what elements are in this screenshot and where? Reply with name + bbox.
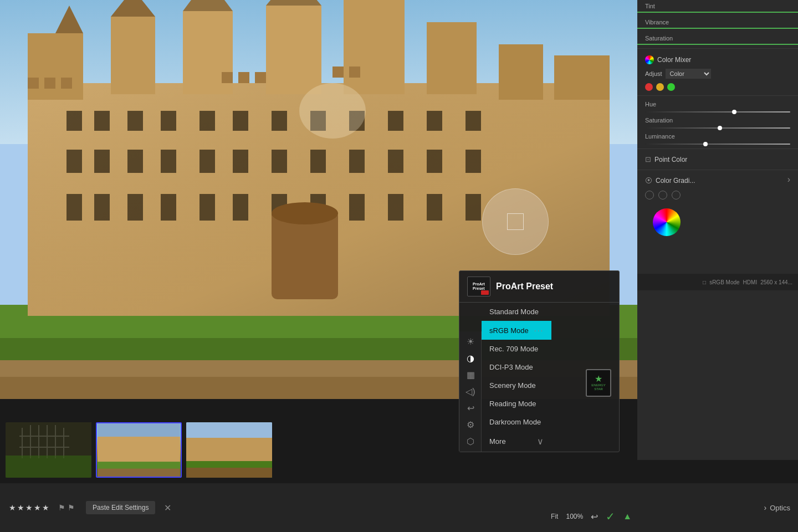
- energy-star-badge: ★ ENERGY STAR: [586, 369, 611, 397]
- osd-brightness-icon[interactable]: ☀: [459, 334, 482, 349]
- star-1[interactable]: ★: [9, 503, 16, 512]
- filmstrip-thumb-3[interactable]: [186, 422, 272, 478]
- osd-shortcut-icon[interactable]: ⬡: [459, 434, 482, 449]
- star-3[interactable]: ★: [25, 503, 33, 512]
- svg-point-67: [299, 83, 366, 139]
- osd-image-icon[interactable]: ▦: [459, 367, 482, 382]
- filmstrip-thumb-2[interactable]: [96, 422, 182, 478]
- osd-more-row[interactable]: More ∨: [482, 431, 551, 452]
- svg-rect-47: [266, 6, 321, 94]
- color-grading-icon: ⦿: [645, 176, 652, 185]
- color-grading-wheel[interactable]: [653, 208, 681, 236]
- svg-rect-19: [466, 111, 481, 131]
- tint-bar: [637, 12, 798, 13]
- saturation-slider-thumb[interactable]: [718, 126, 722, 130]
- adjust-dropdown[interactable]: Color Luminance Hue: [666, 69, 711, 79]
- hue-slider-track[interactable]: [645, 111, 790, 112]
- color-mixer-header: Color Mixer: [637, 51, 798, 66]
- svg-rect-10: [127, 111, 143, 131]
- osd-item-reading[interactable]: Reading Mode: [482, 395, 551, 413]
- svg-rect-85: [186, 438, 272, 463]
- luminance-label: Luminance: [637, 130, 798, 141]
- grading-circle-3[interactable]: [672, 191, 681, 200]
- svg-rect-18: [427, 111, 442, 131]
- osd-item-standard-label: Standard Mode: [489, 308, 539, 316]
- resolution-label: 2560 x 144...: [760, 279, 792, 285]
- svg-rect-23: [161, 150, 176, 173]
- svg-rect-79: [6, 456, 91, 478]
- color-dot-green[interactable]: [667, 83, 675, 91]
- svg-rect-30: [427, 150, 442, 173]
- fit-label[interactable]: Fit: [551, 513, 558, 520]
- confirm-button[interactable]: ✓: [606, 510, 615, 523]
- color-dot-orange[interactable]: [656, 83, 664, 91]
- svg-rect-27: [310, 150, 326, 173]
- monitor-info-bar: □ sRGB Mode HDMI 2560 x 144...: [637, 274, 798, 290]
- osd-item-rec709[interactable]: Rec. 709 Mode: [482, 340, 551, 358]
- hue-slider-thumb[interactable]: [732, 110, 736, 114]
- osd-item-srgb[interactable]: sRGB Mode ···: [482, 321, 551, 340]
- zoom-controls: Fit 100% ↩ ✓ ▲: [551, 510, 632, 523]
- svg-rect-11: [161, 111, 176, 131]
- osd-header: ProArtPreset ProArt Preset: [459, 271, 619, 303]
- right-edit-panel: Tint Vibrance Saturation Color Mixer Adj…: [637, 0, 798, 460]
- close-paste-button[interactable]: ✕: [164, 503, 171, 513]
- osd-item-standard[interactable]: Standard Mode: [482, 303, 551, 321]
- svg-rect-34: [127, 194, 143, 221]
- star-4[interactable]: ★: [34, 503, 41, 512]
- color-grading-header[interactable]: ⦿ Color Gradi...: [637, 172, 798, 188]
- loupe-circle[interactable]: [482, 188, 549, 255]
- svg-rect-87: [186, 468, 272, 478]
- color-mode-label: sRGB Mode: [709, 279, 739, 285]
- svg-rect-36: [200, 194, 215, 221]
- osd-item-reading-label: Reading Mode: [489, 400, 536, 408]
- osd-item-scenery[interactable]: Scenery Mode: [482, 376, 551, 395]
- saturation-slider-row: [637, 125, 798, 130]
- flag-2[interactable]: ⚑: [68, 503, 75, 512]
- osd-item-darkroom[interactable]: Darkroom Mode: [482, 413, 551, 431]
- grading-circle-2[interactable]: [658, 191, 667, 200]
- svg-rect-58: [44, 78, 55, 89]
- undo-button[interactable]: ↩: [591, 511, 598, 522]
- svg-rect-17: [388, 111, 403, 131]
- star-5[interactable]: ★: [42, 503, 49, 512]
- svg-rect-50: [499, 44, 543, 100]
- svg-rect-24: [200, 150, 215, 173]
- color-grading-label: Color Gradi...: [656, 177, 695, 185]
- osd-color-icon[interactable]: ◑: [459, 350, 482, 366]
- connection-label: HDMI: [743, 279, 758, 285]
- point-color-label: Point Color: [654, 156, 687, 163]
- svg-rect-22: [127, 150, 143, 173]
- luminance-slider-track[interactable]: [645, 144, 790, 145]
- svg-marker-54: [183, 0, 233, 11]
- grading-circle-1[interactable]: [645, 191, 654, 200]
- svg-rect-81: [98, 437, 180, 463]
- svg-rect-83: [98, 469, 180, 477]
- thumb-1-image: [6, 422, 91, 478]
- point-color-header[interactable]: ⊡ Point Color: [637, 151, 798, 167]
- energy-star-icon: ★: [595, 375, 602, 383]
- flag-1[interactable]: ⚑: [58, 503, 65, 512]
- saturation-slider-track[interactable]: [645, 127, 790, 129]
- up-button[interactable]: ▲: [623, 511, 632, 521]
- osd-settings-icon[interactable]: ⚙: [459, 417, 482, 433]
- svg-rect-43: [466, 194, 481, 221]
- filmstrip-thumb-1[interactable]: [6, 422, 91, 478]
- osd-input-icon[interactable]: ↩: [459, 401, 482, 416]
- osd-audio-icon[interactable]: ◁): [459, 383, 482, 399]
- thumb-2-image: [97, 423, 181, 477]
- collapse-arrow[interactable]: ›: [787, 175, 790, 185]
- osd-item-srgb-label: sRGB Mode: [489, 326, 529, 335]
- paste-edit-button[interactable]: Paste Edit Settings: [86, 501, 155, 514]
- star-2[interactable]: ★: [17, 503, 24, 512]
- svg-rect-48: [344, 0, 405, 94]
- svg-rect-59: [61, 78, 72, 89]
- optics-panel[interactable]: › Optics: [637, 483, 798, 532]
- svg-rect-61: [238, 72, 249, 83]
- color-mixer-label: Color Mixer: [657, 56, 691, 64]
- adjust-row: Adjust Color Luminance Hue: [637, 66, 798, 81]
- luminance-slider-thumb[interactable]: [703, 142, 708, 146]
- osd-item-dcip3[interactable]: DCI-P3 Mode: [482, 358, 551, 376]
- osd-item-dcip3-label: DCI-P3 Mode: [489, 363, 533, 371]
- color-dot-red[interactable]: [645, 83, 653, 91]
